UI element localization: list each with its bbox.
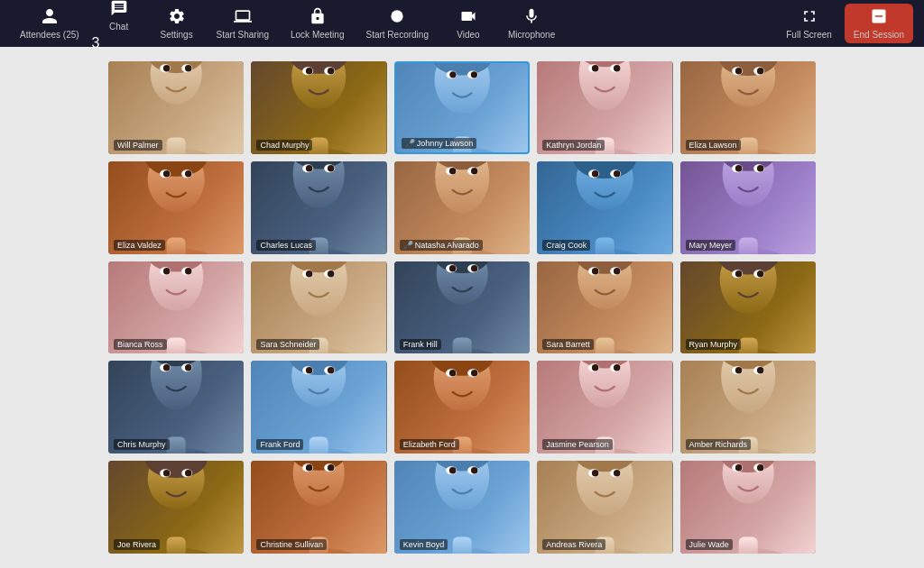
microphone-button[interactable]: Microphone — [499, 4, 564, 43]
svg-point-0 — [392, 10, 403, 22]
svg-point-126 — [614, 268, 621, 275]
video-tile[interactable]: Craig Cook — [537, 161, 672, 254]
svg-point-143 — [163, 364, 171, 371]
toolbar: Attendees (25) Chat 3 Settings — [0, 0, 924, 47]
video-tile[interactable]: Eliza Valdez — [108, 161, 244, 254]
video-tile[interactable]: Chris Murphy — [108, 361, 244, 453]
participant-name: Eliza Valdez — [114, 240, 165, 251]
svg-point-116 — [449, 265, 457, 272]
attendees-wrapper: Attendees (25) — [11, 4, 88, 43]
video-tile[interactable]: Bianca Ross — [108, 261, 244, 354]
svg-rect-120 — [596, 337, 614, 353]
participant-name: Eliza Lawson — [686, 140, 741, 151]
video-tile[interactable]: Joe Rivera — [108, 461, 244, 554]
svg-rect-39 — [738, 137, 757, 153]
recording-icon — [388, 7, 406, 28]
svg-point-17 — [306, 68, 313, 75]
participant-name: Amber Richards — [686, 439, 752, 450]
chat-badge: 3 — [92, 35, 146, 51]
video-tile[interactable]: 🎤Johnny Lawson — [394, 61, 530, 154]
fullscreen-button[interactable]: Full Screen — [777, 4, 841, 43]
video-tile[interactable]: Ryan Murphy — [680, 261, 816, 354]
svg-point-152 — [306, 367, 313, 374]
video-tile[interactable]: Elizabeth Ford — [394, 361, 530, 453]
svg-point-170 — [592, 364, 599, 371]
settings-icon — [168, 7, 186, 28]
video-tile[interactable]: 🎤Natasha Alvarado — [394, 161, 530, 254]
svg-point-188 — [163, 470, 171, 477]
video-tile[interactable]: Jasmine Pearson — [537, 361, 672, 453]
attendees-button[interactable]: Attendees (25) — [11, 4, 88, 43]
video-tile[interactable]: Julie Wade — [680, 461, 816, 554]
microphone-label: Microphone — [508, 30, 555, 40]
video-tile[interactable]: Frank Hill — [394, 261, 530, 354]
video-tile[interactable]: Kathryn Jordan — [537, 61, 672, 154]
video-tile[interactable]: Kevin Boyd — [394, 461, 530, 554]
video-tile[interactable]: Christine Sullivan — [251, 461, 386, 554]
start-sharing-button[interactable]: Start Sharing — [208, 4, 278, 43]
participant-name: Kathryn Jordan — [542, 140, 605, 151]
microphone-icon — [522, 7, 541, 28]
participant-name: Sara Barrett — [542, 339, 594, 350]
attendees-label: Attendees (25) — [20, 30, 79, 40]
svg-point-80 — [592, 170, 599, 178]
start-recording-button[interactable]: Start Recording — [356, 4, 437, 43]
participant-name: Joe Rivera — [114, 539, 160, 550]
chat-icon — [110, 0, 128, 20]
svg-point-125 — [592, 268, 599, 275]
video-label: Video — [457, 30, 479, 40]
svg-rect-3 — [167, 137, 186, 153]
svg-point-90 — [757, 165, 764, 172]
video-tile[interactable]: Andreas Rivera — [537, 461, 672, 554]
video-tile[interactable]: Sara Schneider — [251, 261, 386, 354]
svg-point-35 — [592, 65, 599, 72]
svg-rect-84 — [738, 237, 757, 253]
svg-point-98 — [163, 268, 171, 275]
svg-point-71 — [449, 168, 457, 175]
svg-rect-111 — [452, 337, 471, 353]
sharing-label: Start Sharing — [217, 30, 269, 40]
video-tile[interactable]: Amber Richards — [680, 361, 816, 453]
svg-point-45 — [757, 68, 764, 75]
settings-button[interactable]: Settings — [150, 4, 204, 43]
svg-point-89 — [735, 165, 743, 172]
end-session-label: End Session — [854, 30, 904, 40]
svg-point-53 — [163, 170, 171, 178]
svg-point-161 — [449, 370, 457, 377]
video-tile[interactable]: Will Palmer — [108, 61, 244, 154]
video-tile[interactable]: Frank Ford — [251, 361, 386, 453]
video-tile[interactable]: Sara Barrett — [537, 261, 672, 354]
end-session-icon — [870, 7, 888, 28]
svg-point-117 — [471, 265, 478, 272]
video-button[interactable]: Video — [441, 4, 495, 43]
svg-point-44 — [735, 68, 743, 75]
video-tile[interactable]: Charles Lucas — [251, 161, 386, 254]
chat-label: Chat — [109, 22, 128, 32]
svg-point-36 — [614, 65, 621, 72]
end-session-button[interactable]: End Session — [845, 4, 913, 43]
recording-label: Start Recording — [365, 30, 428, 40]
svg-point-206 — [449, 467, 457, 474]
lock-meeting-label: Lock Meeting — [291, 30, 344, 40]
svg-point-153 — [328, 367, 335, 374]
svg-rect-75 — [596, 237, 614, 253]
lock-meeting-button[interactable]: Lock Meeting — [282, 4, 353, 43]
participant-name: Craig Cook — [542, 240, 590, 251]
video-tile[interactable]: Mary Meyer — [680, 161, 816, 254]
video-tile[interactable]: Eliza Lawson — [680, 61, 816, 154]
fullscreen-icon — [800, 7, 818, 28]
participant-name: Charles Lucas — [256, 240, 316, 251]
lock-icon — [309, 7, 327, 28]
participant-name: Frank Hill — [400, 339, 441, 350]
participant-name: Frank Ford — [256, 439, 303, 450]
svg-point-179 — [735, 367, 743, 374]
participant-name: Bianca Ross — [114, 339, 167, 350]
svg-point-9 — [185, 65, 192, 72]
participant-name: Kevin Boyd — [400, 539, 448, 550]
participant-name: 🎤Johnny Lawson — [402, 138, 477, 149]
chat-button[interactable]: Chat — [92, 0, 146, 35]
participant-name: Sara Schneider — [256, 339, 319, 350]
svg-point-27 — [471, 71, 477, 78]
video-tile[interactable]: Chad Murphy — [251, 61, 386, 154]
toolbar-left: Attendees (25) Chat 3 Settings — [11, 0, 777, 51]
